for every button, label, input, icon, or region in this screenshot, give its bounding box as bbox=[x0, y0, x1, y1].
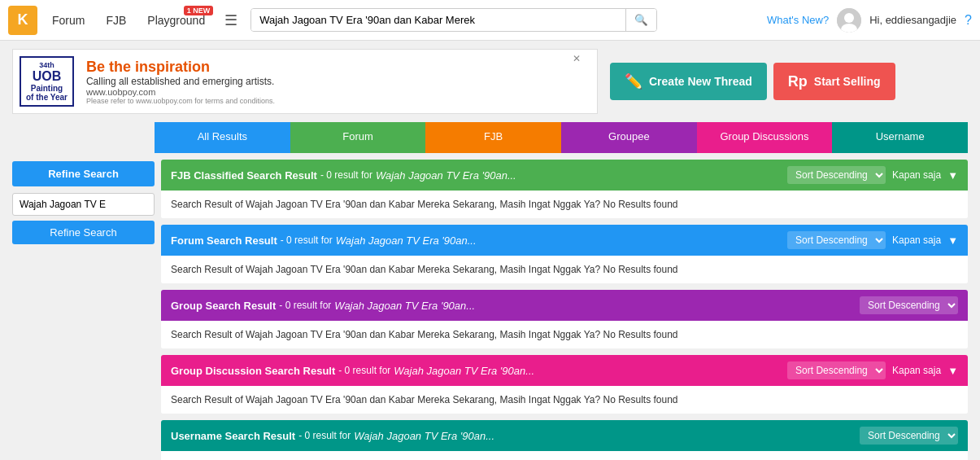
group-result-query: Wajah Jagoan TV Era '90an... bbox=[334, 300, 475, 312]
forum-kapan-arrow: ▼ bbox=[947, 234, 958, 247]
username-result-body: Search Result of Wajah Jagoan TV Era '90… bbox=[161, 451, 968, 460]
group-discussion-result-header: Group Discussion Search Result - 0 resul… bbox=[161, 355, 968, 386]
fjb-result-title: FJB Classified Search Result bbox=[171, 169, 317, 182]
forum-sort-dropdown[interactable]: Sort Descending bbox=[787, 231, 886, 249]
search-input[interactable] bbox=[251, 9, 625, 31]
group-discussion-result-body: Search Result of Wajah Jagoan TV Era '90… bbox=[161, 386, 968, 414]
group-discussion-result-query: Wajah Jagoan TV Era '90an... bbox=[394, 365, 534, 377]
group-discussion-sort-dropdown[interactable]: Sort Descending bbox=[787, 361, 886, 379]
top-navigation: K Forum FJB Playground 1 NEW ☰ 🔍 What's … bbox=[0, 0, 980, 41]
tab-groupee[interactable]: Groupee bbox=[561, 122, 697, 153]
logo[interactable]: K bbox=[8, 6, 37, 35]
group-discussion-result-block: Group Discussion Search Result - 0 resul… bbox=[161, 355, 968, 414]
hamburger-menu[interactable]: ☰ bbox=[220, 11, 242, 29]
forum-result-body: Search Result of Wajah Jagoan TV Era '90… bbox=[161, 256, 968, 283]
nav-forum[interactable]: Forum bbox=[46, 14, 91, 27]
username-result-header: Username Search Result - 0 result for Wa… bbox=[161, 420, 968, 451]
avatar[interactable] bbox=[837, 8, 861, 33]
fjb-result-count: - 0 result for bbox=[320, 169, 372, 181]
group-discussion-kapan[interactable]: Kapan saja bbox=[892, 365, 941, 376]
forum-result-header: Forum Search Result - 0 result for Wajah… bbox=[161, 225, 968, 256]
results-area: FJB Classified Search Result - 0 result … bbox=[155, 153, 968, 460]
refine-button[interactable]: Refine Search bbox=[12, 221, 155, 244]
banner-url: www.uobpoy.com bbox=[86, 87, 590, 97]
fjb-sort-dropdown[interactable]: Sort Descending bbox=[787, 166, 886, 184]
nav-playground[interactable]: Playground 1 NEW bbox=[141, 14, 211, 27]
banner-image: ✕ 34th UOB Painting of the Year Be the i… bbox=[12, 49, 598, 114]
username-result-count: - 0 result for bbox=[298, 430, 351, 441]
nav-right: What's New? Hi, eddiesangadjie ? bbox=[767, 8, 972, 33]
refine-input[interactable] bbox=[12, 193, 155, 216]
tab-forum[interactable]: Forum bbox=[290, 122, 426, 153]
refine-title: Refine Search bbox=[12, 161, 155, 186]
whats-new-link[interactable]: What's New? bbox=[767, 14, 829, 26]
username-result-query: Wajah Jagoan TV Era '90an... bbox=[354, 430, 494, 442]
tab-group-discussions[interactable]: Group Discussions bbox=[697, 122, 833, 153]
group-result-header: Group Search Result - 0 result for Wajah… bbox=[161, 290, 968, 321]
banner-logo: 34th UOB Painting of the Year bbox=[20, 56, 74, 107]
fjb-kapan-arrow: ▼ bbox=[947, 169, 958, 182]
group-discussion-result-title: Group Discussion Search Result bbox=[171, 365, 335, 377]
hi-user-label: Hi, eddiesangadjie bbox=[869, 14, 956, 26]
banner-area: ✕ 34th UOB Painting of the Year Be the i… bbox=[0, 41, 980, 122]
username-result-title: Username Search Result bbox=[171, 430, 295, 442]
banner-disclaimer: Please refer to www.uobpoy.com for terms… bbox=[86, 97, 590, 105]
banner-title: Be the inspiration bbox=[86, 59, 590, 76]
forum-result-query: Wajah Jagoan TV Era '90an... bbox=[336, 234, 477, 247]
search-box: 🔍 bbox=[250, 8, 657, 32]
fjb-result-body: Search Result of Wajah Jagoan TV Era '90… bbox=[161, 191, 968, 218]
fjb-kapan[interactable]: Kapan saja bbox=[892, 169, 941, 181]
main-content: Refine Search Refine Search FJB Classifi… bbox=[0, 153, 980, 460]
banner-subtitle: Calling all established and emerging art… bbox=[86, 76, 590, 87]
action-buttons: ✏️ Create New Thread Rp Start Selling bbox=[610, 63, 895, 100]
nav-fjb[interactable]: FJB bbox=[99, 14, 133, 27]
username-result-block: Username Search Result - 0 result for Wa… bbox=[161, 420, 968, 460]
pencil-icon: ✏️ bbox=[625, 72, 642, 90]
tab-username[interactable]: Username bbox=[832, 122, 968, 153]
group-result-body: Search Result of Wajah Jagoan TV Era '90… bbox=[161, 321, 968, 348]
group-discussion-kapan-arrow: ▼ bbox=[947, 365, 958, 377]
refine-panel: Refine Search Refine Search bbox=[12, 153, 155, 460]
search-button[interactable]: 🔍 bbox=[625, 9, 656, 31]
tabs-bar: All Results Forum FJB Groupee Group Disc… bbox=[155, 122, 968, 153]
group-result-count: - 0 result for bbox=[279, 300, 331, 311]
rp-icon: Rp bbox=[788, 73, 808, 90]
forum-result-block: Forum Search Result - 0 result for Wajah… bbox=[161, 225, 968, 283]
help-icon[interactable]: ? bbox=[965, 13, 972, 28]
create-new-thread-button[interactable]: ✏️ Create New Thread bbox=[610, 63, 767, 100]
fjb-result-query: Wajah Jagoan TV Era '90an... bbox=[376, 169, 516, 182]
tab-all-results[interactable]: All Results bbox=[155, 122, 290, 153]
banner-close-icon[interactable]: ✕ bbox=[573, 53, 581, 64]
start-selling-button[interactable]: Rp Start Selling bbox=[773, 63, 895, 100]
group-discussion-result-count: - 0 result for bbox=[338, 365, 390, 376]
banner-text: Be the inspiration Calling all establish… bbox=[74, 59, 590, 105]
forum-result-title: Forum Search Result bbox=[171, 234, 277, 247]
tab-fjb[interactable]: FJB bbox=[425, 122, 561, 153]
svg-point-1 bbox=[844, 13, 854, 23]
forum-kapan[interactable]: Kapan saja bbox=[892, 234, 941, 246]
group-result-title: Group Search Result bbox=[171, 300, 276, 312]
username-sort-dropdown[interactable]: Sort Descending bbox=[860, 427, 958, 445]
playground-badge: 1 NEW bbox=[184, 6, 214, 15]
group-result-block: Group Search Result - 0 result for Wajah… bbox=[161, 290, 968, 348]
group-sort-dropdown[interactable]: Sort Descending bbox=[860, 296, 958, 314]
fjb-result-block: FJB Classified Search Result - 0 result … bbox=[161, 160, 968, 218]
uob-logo: 34th UOB Painting of the Year bbox=[20, 56, 74, 107]
fjb-result-header: FJB Classified Search Result - 0 result … bbox=[161, 160, 968, 191]
forum-result-count: - 0 result for bbox=[281, 234, 333, 246]
